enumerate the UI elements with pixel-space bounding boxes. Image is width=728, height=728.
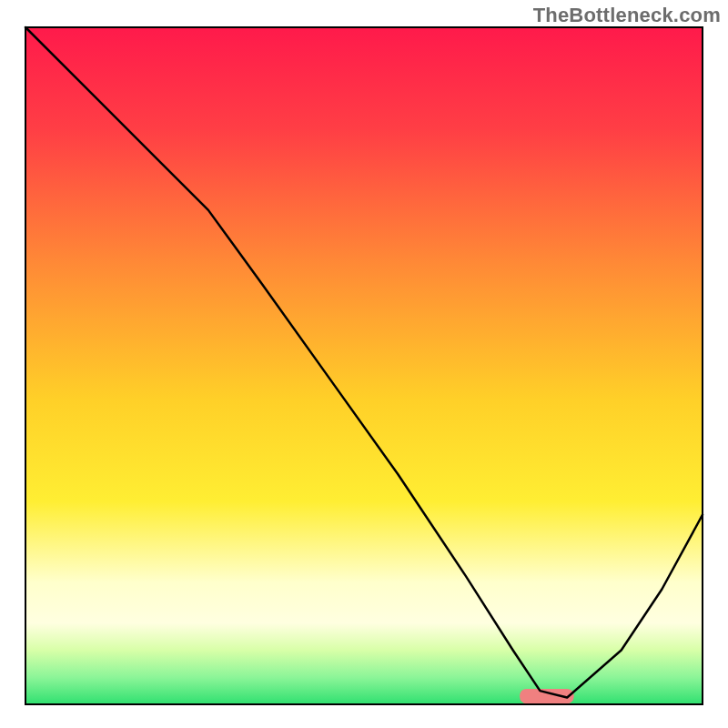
watermark-text: TheBottleneck.com bbox=[533, 4, 721, 27]
bottleneck-chart bbox=[0, 0, 728, 728]
chart-container: TheBottleneck.com bbox=[0, 0, 728, 728]
